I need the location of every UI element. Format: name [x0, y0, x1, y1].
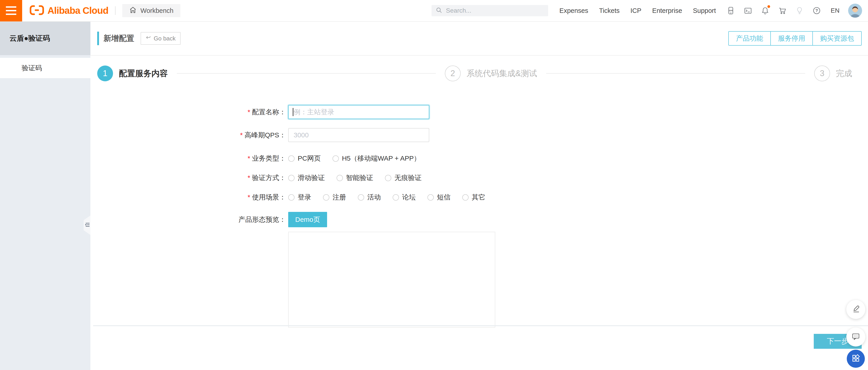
radio-circle-icon — [323, 194, 329, 201]
step-number-badge: 3 — [814, 66, 830, 81]
radio-label: 无痕验证 — [395, 173, 422, 182]
required-asterisk: * — [248, 174, 250, 181]
radio-label: 滑动验证 — [298, 173, 325, 182]
form-label-verify-mode: *验证方式： — [90, 173, 286, 182]
peak-qps-input-wrapper — [288, 128, 429, 142]
form-row-verify-mode: *验证方式：滑动验证智能验证无痕验证 — [90, 173, 868, 182]
radio-usage-scene-登录[interactable]: 登录 — [288, 193, 311, 202]
action-button-购买资源包[interactable]: 购买资源包 — [812, 31, 862, 46]
step-label: 系统代码集成&测试 — [467, 68, 537, 79]
action-button-产品功能[interactable]: 产品功能 — [728, 31, 771, 46]
chat-support-fab[interactable] — [846, 328, 865, 346]
radio-usage-scene-注册[interactable]: 注册 — [323, 193, 346, 202]
form-row-config-name: *配置名称： — [90, 105, 868, 119]
alibaba-cloud-logo[interactable]: Alibaba Cloud — [29, 5, 108, 16]
radio-label: 短信 — [437, 193, 451, 202]
radio-usage-scene-短信[interactable]: 短信 — [428, 193, 451, 202]
notification-badge — [767, 5, 770, 8]
radio-label: 注册 — [333, 193, 346, 202]
config-name-input[interactable] — [289, 105, 429, 119]
header-link-icp[interactable]: ICP — [630, 7, 641, 14]
search-input[interactable] — [445, 7, 544, 14]
required-asterisk: * — [248, 193, 250, 201]
step-number-badge: 2 — [445, 66, 461, 81]
header-divider — [115, 6, 116, 15]
peak-qps-input[interactable] — [289, 129, 429, 142]
form-label-config-name: *配置名称： — [90, 107, 286, 117]
radio-verify-mode-无痕验证[interactable]: 无痕验证 — [385, 173, 422, 182]
radio-usage-scene-活动[interactable]: 活动 — [358, 193, 381, 202]
header-link-support[interactable]: Support — [693, 7, 716, 14]
sidebar-title: 云盾●验证码 — [0, 22, 90, 55]
svg-text:APP: APP — [729, 9, 733, 12]
radio-circle-icon — [337, 175, 343, 181]
radio-usage-scene-论坛[interactable]: 论坛 — [393, 193, 416, 202]
help-icon[interactable]: ? — [812, 6, 821, 15]
notification-icon[interactable] — [761, 6, 770, 15]
radio-label: H5（移动端WAP + APP） — [342, 154, 421, 163]
step-label: 配置服务内容 — [119, 68, 168, 79]
page-title-bar: 新增配置 Go back 产品功能服务停用购买资源包 — [90, 22, 868, 56]
sidebar-item-验证码[interactable]: 验证码 — [0, 58, 90, 78]
hamburger-menu-button[interactable] — [0, 0, 22, 22]
preview-box — [288, 232, 495, 328]
required-asterisk: * — [248, 155, 250, 162]
required-asterisk: * — [240, 131, 243, 139]
radio-label: 活动 — [367, 193, 381, 202]
radio-label: 其它 — [472, 193, 485, 202]
top-header: Alibaba Cloud Workbench ExpensesTicketsI… — [0, 0, 868, 22]
cart-icon[interactable] — [778, 6, 787, 15]
radio-label: PC网页 — [298, 154, 321, 163]
wizard-step-3: 3完成 — [814, 66, 852, 81]
form-control-config-name — [288, 105, 429, 119]
logo-text: Alibaba Cloud — [48, 5, 108, 16]
feedback-pencil-fab[interactable] — [846, 300, 865, 319]
form-row-peak-qps: *高峰期QPS： — [90, 128, 868, 142]
header-link-enterprise[interactable]: Enterprise — [652, 7, 682, 14]
app-icon[interactable]: APP — [726, 6, 735, 15]
radio-circle-icon — [393, 194, 399, 201]
console-icon[interactable] — [743, 6, 752, 15]
radio-circle-icon — [385, 175, 391, 181]
radio-circle-icon — [428, 194, 434, 201]
wizard-step-2: 2系统代码集成&测试 — [445, 66, 537, 81]
header-links: ExpensesTicketsICPEnterpriseSupport — [559, 7, 716, 14]
workbench-button[interactable]: Workbench — [122, 4, 180, 17]
form-label-usage-scene: *使用场景： — [90, 193, 286, 202]
radio-circle-icon — [288, 194, 294, 201]
pencil-icon — [851, 304, 860, 314]
go-back-button[interactable]: Go back — [141, 32, 181, 45]
alibaba-cloud-logo-icon — [29, 5, 44, 16]
form-control-verify-mode: 滑动验证智能验证无痕验证 — [288, 173, 433, 182]
demo-page-button[interactable]: Demo页 — [288, 212, 327, 227]
form-control-usage-scene: 登录注册活动论坛短信其它 — [288, 193, 497, 202]
action-button-服务停用[interactable]: 服务停用 — [770, 31, 813, 46]
language-selector[interactable]: EN — [831, 7, 839, 14]
text-caret — [293, 108, 293, 116]
step-label: 完成 — [836, 68, 852, 79]
radio-business-type-H5（移动端WAP + APP）[interactable]: H5（移动端WAP + APP） — [333, 154, 421, 163]
config-form: *配置名称：*高峰期QPS：*业务类型：PC网页H5（移动端WAP + APP）… — [90, 105, 868, 227]
header-link-expenses[interactable]: Expenses — [559, 7, 588, 14]
home-icon — [129, 6, 137, 15]
avatar[interactable] — [848, 4, 862, 18]
header-link-tickets[interactable]: Tickets — [599, 7, 620, 14]
radio-verify-mode-智能验证[interactable]: 智能验证 — [337, 173, 373, 182]
radio-usage-scene-其它[interactable]: 其它 — [462, 193, 485, 202]
form-control-product-preview: Demo页 — [288, 212, 327, 227]
config-name-input-wrapper — [288, 105, 429, 119]
search-icon — [436, 7, 442, 14]
sidebar-collapse-handle[interactable] — [84, 215, 90, 235]
radio-verify-mode-滑动验证[interactable]: 滑动验证 — [288, 173, 325, 182]
apps-grid-icon — [851, 353, 861, 364]
form-label-product-preview: 产品形态预览： — [90, 215, 286, 224]
go-back-label: Go back — [154, 35, 176, 42]
step-number-badge: 1 — [97, 66, 113, 81]
return-arrow-icon — [146, 35, 151, 42]
form-row-usage-scene: *使用场景：登录注册活动论坛短信其它 — [90, 193, 868, 202]
search-box[interactable] — [432, 5, 548, 16]
form-row-business-type: *业务类型：PC网页H5（移动端WAP + APP） — [90, 154, 868, 163]
radio-business-type-PC网页[interactable]: PC网页 — [288, 154, 321, 163]
lightbulb-icon[interactable] — [795, 6, 804, 15]
apps-grid-fab[interactable] — [847, 350, 865, 368]
